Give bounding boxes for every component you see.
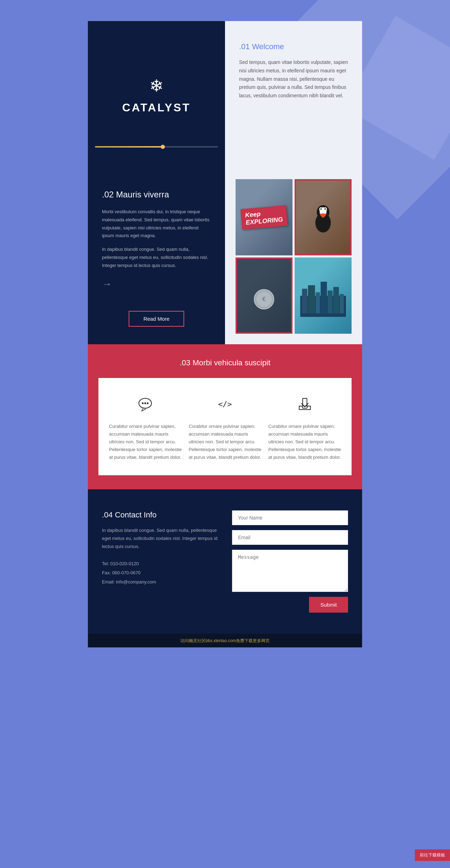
footer: 访问幽灵社区bbs.xlenlao.com免费下载更多网页 <box>88 634 362 647</box>
svg-rect-11 <box>302 289 307 313</box>
code-icon: </> <box>189 396 262 416</box>
arrow-right-icon: → <box>102 279 112 290</box>
morbi-cards-container: Curabitur ornare pulvinar sapien, accums… <box>98 378 352 475</box>
morbi-card-1-text: Curabitur ornare pulvinar sapien, accums… <box>109 423 182 461</box>
hero-left-panel: ❄ CATALYST <box>88 21 225 169</box>
morbi-section: .03 Morbi vehicula suscipit Curabitur or… <box>88 344 362 489</box>
contact-details: Tel: 010-020-0120 Fax: 060-070-0670 Emai… <box>102 559 218 587</box>
read-more-button[interactable]: Read More <box>129 311 184 327</box>
progress-bar-container <box>95 146 218 148</box>
mauris-left-panel: .02 Mauris viverra Morbi vestibulum conv… <box>88 169 225 344</box>
flag-person-overlay: KeepEXPLORING <box>236 179 292 255</box>
svg-text:€: € <box>263 296 266 302</box>
section-01-label: .01 Welcome <box>239 42 348 51</box>
morbi-card-3: Curabitur ornare pulvinar sapien, accums… <box>268 396 341 461</box>
puffin-icon <box>309 202 337 233</box>
download-badge[interactable]: 前往下载模板 <box>415 849 450 861</box>
svg-rect-13 <box>316 292 320 313</box>
mauris-para1: Morbi vestibulum convallis dui, in trist… <box>102 208 211 240</box>
svg-point-6 <box>324 208 326 210</box>
contact-tel: Tel: 010-020-0120 <box>102 559 218 568</box>
morbi-card-2-text: Curabitur ornare pulvinar sapien, accums… <box>189 423 262 461</box>
morbi-card-1: Curabitur ornare pulvinar sapien, accums… <box>109 396 182 461</box>
message-input[interactable] <box>232 550 348 592</box>
city-icon <box>300 275 346 317</box>
mauris-title: .02 Mauris viverra <box>102 190 211 200</box>
contact-info-panel: .04 Contact Info In dapibus blandit cong… <box>102 510 218 613</box>
morbi-card-2: </> Curabitur ornare pulvinar sapien, ac… <box>189 396 262 461</box>
mauris-para2: In dapibus blandit congue. Sed quam null… <box>102 246 211 269</box>
photo-3: € <box>236 257 292 334</box>
brand-title: CATALYST <box>122 101 191 114</box>
contact-email: Email: info@company.com <box>102 577 218 587</box>
morbi-title: .03 Morbi vehicula suscipit <box>98 358 352 367</box>
contact-fax: Fax: 060-070-0670 <box>102 568 218 577</box>
contact-title: .04 Contact Info <box>102 510 218 520</box>
svg-rect-14 <box>321 282 327 313</box>
photo-1: KeepEXPLORING <box>236 179 292 255</box>
contact-description: In dapibus blandit congue. Sed quam null… <box>102 527 218 550</box>
photo-2 <box>295 179 352 255</box>
snowflake-icon: ❄ <box>149 76 163 96</box>
svg-point-20 <box>144 403 146 404</box>
svg-rect-16 <box>333 287 339 313</box>
submit-button[interactable]: Submit <box>309 597 348 613</box>
welcome-text: Sed tempus, quam vitae lobortis vulputat… <box>239 58 348 100</box>
name-input[interactable] <box>232 510 348 525</box>
footer-text: 访问幽灵社区bbs.xlenlao.com免费下载更多网页 <box>180 638 270 643</box>
contact-section: .04 Contact Info In dapibus blandit cong… <box>88 489 362 634</box>
contact-form: Submit <box>232 510 348 613</box>
coin-icon: € <box>246 282 282 310</box>
photo-grid: KeepEXPLORING <box>225 169 362 344</box>
chat-icon <box>109 396 182 416</box>
hero-right-panel: .01 Welcome Sed tempus, quam vitae lobor… <box>225 21 362 169</box>
svg-point-5 <box>320 208 322 210</box>
svg-rect-15 <box>328 291 333 313</box>
progress-bar-fill <box>95 146 163 148</box>
flag-text: KeepEXPLORING <box>240 205 288 229</box>
inbox-icon <box>268 396 341 416</box>
svg-point-21 <box>147 403 149 404</box>
email-input[interactable] <box>232 530 348 545</box>
svg-rect-12 <box>308 285 315 313</box>
svg-text:</>: </> <box>218 400 232 409</box>
photo-4 <box>295 257 352 334</box>
morbi-card-3-text: Curabitur ornare pulvinar sapien, accums… <box>268 423 341 461</box>
svg-point-19 <box>142 403 144 404</box>
svg-rect-17 <box>340 294 344 313</box>
